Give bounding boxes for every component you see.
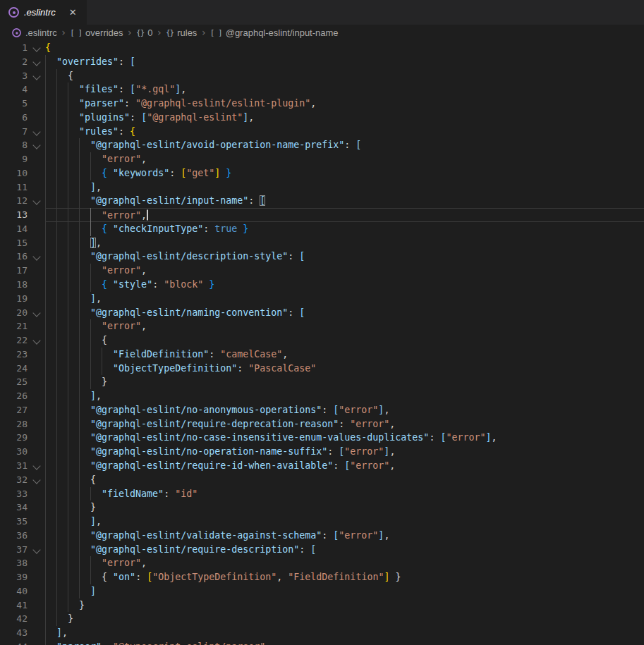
code-content[interactable]: "@graphql-eslint/require-id-when-availab… xyxy=(45,459,644,473)
line-number[interactable]: 4 xyxy=(0,82,28,97)
code-content[interactable]: { xyxy=(45,333,644,348)
code-content[interactable]: ] xyxy=(45,584,644,598)
code-line[interactable]: 28 "@graphql-eslint/require-deprecation-… xyxy=(0,417,644,431)
line-number[interactable]: 34 xyxy=(0,500,28,515)
code-line[interactable]: 39 { "on": ["ObjectTypeDefinition", "Fie… xyxy=(0,570,644,584)
breadcrumb-item-0[interactable]: {}0 xyxy=(136,27,152,38)
code-line[interactable]: 33 "fieldName": "id" xyxy=(0,487,644,501)
line-number[interactable]: 35 xyxy=(0,515,28,529)
code-line[interactable]: 13 "error", xyxy=(0,208,644,222)
line-number[interactable]: 43 xyxy=(0,626,28,640)
code-line[interactable]: 44 "parser": "@typescript-eslint/parser" xyxy=(0,640,644,645)
code-line[interactable]: 3 { xyxy=(0,69,644,83)
line-number[interactable]: 2 xyxy=(0,55,28,69)
code-content[interactable]: "error", xyxy=(45,556,644,570)
line-number[interactable]: 44 xyxy=(0,640,28,645)
code-content[interactable]: { xyxy=(45,41,644,55)
code-content[interactable]: "rules": { xyxy=(45,125,644,139)
code-line[interactable]: 32 { xyxy=(0,473,644,487)
code-line[interactable]: 5 "parser": "@graphql-eslint/eslint-plug… xyxy=(0,97,644,111)
line-number[interactable]: 30 xyxy=(0,445,28,459)
line-number[interactable]: 39 xyxy=(0,570,28,584)
code-line[interactable]: 7 "rules": { xyxy=(0,125,644,139)
line-number[interactable]: 1 xyxy=(0,41,28,55)
chevron-down-icon[interactable] xyxy=(32,58,40,66)
code-content[interactable]: "plugins": ["@graphql-eslint"], xyxy=(45,111,644,125)
code-content[interactable]: "@graphql-eslint/avoid-operation-name-pr… xyxy=(45,138,644,152)
code-line[interactable]: 11 ], xyxy=(0,180,644,195)
code-line[interactable]: 43 ], xyxy=(0,626,644,640)
code-line[interactable]: 24 "ObjectTypeDefinition": "PascalCase" xyxy=(0,362,644,376)
code-content[interactable]: ], xyxy=(45,180,644,195)
line-number[interactable]: 23 xyxy=(0,348,28,362)
chevron-down-icon[interactable] xyxy=(32,197,40,205)
chevron-down-icon[interactable] xyxy=(32,462,40,469)
code-content[interactable]: "FieldDefinition": "camelCase", xyxy=(45,348,644,362)
code-line[interactable]: 4 "files": ["*.gql"], xyxy=(0,82,644,97)
code-content[interactable]: "@graphql-eslint/require-deprecation-rea… xyxy=(45,417,644,431)
code-content[interactable]: } xyxy=(45,598,644,613)
code-content[interactable]: } xyxy=(45,500,644,515)
code-content[interactable]: } xyxy=(45,375,644,389)
line-number[interactable]: 42 xyxy=(0,612,28,626)
line-number[interactable]: 17 xyxy=(0,264,28,278)
code-line[interactable]: 38 "error", xyxy=(0,556,644,570)
code-content[interactable]: "ObjectTypeDefinition": "PascalCase" xyxy=(45,362,644,376)
code-content[interactable]: ], xyxy=(45,626,644,640)
line-number[interactable]: 36 xyxy=(0,529,28,543)
code-line[interactable]: 10 { "keywords": ["get"] } xyxy=(0,166,644,180)
code-content[interactable]: ], xyxy=(45,515,644,529)
code-content[interactable]: ], xyxy=(45,389,644,403)
line-number[interactable]: 22 xyxy=(0,333,28,348)
code-line[interactable]: 41 } xyxy=(0,598,644,613)
line-number[interactable]: 10 xyxy=(0,166,28,180)
code-content[interactable]: "@graphql-eslint/naming-convention": [ xyxy=(45,306,644,320)
code-content[interactable]: "@graphql-eslint/description-style": [ xyxy=(45,250,644,264)
code-line[interactable]: 21 "error", xyxy=(0,319,644,333)
line-number[interactable]: 31 xyxy=(0,459,28,473)
code-content[interactable]: "error", xyxy=(45,264,644,278)
line-number[interactable]: 9 xyxy=(0,152,28,166)
line-number[interactable]: 21 xyxy=(0,319,28,333)
code-line[interactable]: 26 ], xyxy=(0,389,644,403)
code-content[interactable]: { "keywords": ["get"] } xyxy=(45,166,644,180)
code-content[interactable]: { xyxy=(45,69,644,83)
code-line[interactable]: 23 "FieldDefinition": "camelCase", xyxy=(0,348,644,362)
code-line[interactable]: 14 { "checkInputType": true } xyxy=(0,222,644,236)
code-line[interactable]: 27 "@graphql-eslint/no-anonymous-operati… xyxy=(0,403,644,417)
chevron-down-icon[interactable] xyxy=(32,142,40,149)
tab-eslintrc[interactable]: .eslintrc ✕ xyxy=(0,0,87,25)
line-number[interactable]: 28 xyxy=(0,417,28,431)
code-content[interactable]: "parser": "@graphql-eslint/eslint-plugin… xyxy=(45,97,644,111)
line-number[interactable]: 6 xyxy=(0,111,28,125)
line-number[interactable]: 24 xyxy=(0,362,28,376)
line-number[interactable]: 5 xyxy=(0,97,28,111)
line-number[interactable]: 40 xyxy=(0,584,28,598)
code-line[interactable]: 37 "@graphql-eslint/require-description"… xyxy=(0,543,644,557)
line-number[interactable]: 14 xyxy=(0,222,28,236)
code-editor[interactable]: 1{2 "overrides": [3 {4 "files": ["*.gql"… xyxy=(0,40,644,645)
code-content[interactable]: "overrides": [ xyxy=(45,55,644,69)
line-number[interactable]: 29 xyxy=(0,431,28,445)
code-line[interactable]: 36 "@graphql-eslint/validate-against-sch… xyxy=(0,529,644,543)
code-content[interactable]: { "on": ["ObjectTypeDefinition", "FieldD… xyxy=(45,570,644,584)
line-number[interactable]: 8 xyxy=(0,138,28,152)
chevron-down-icon[interactable] xyxy=(32,309,40,317)
code-content[interactable]: { "checkInputType": true } xyxy=(45,222,644,236)
code-line[interactable]: 9 "error", xyxy=(0,152,644,166)
line-number[interactable]: 37 xyxy=(0,543,28,557)
code-content[interactable]: "@graphql-eslint/no-operation-name-suffi… xyxy=(45,445,644,459)
code-line[interactable]: 34 } xyxy=(0,500,644,515)
close-icon[interactable]: ✕ xyxy=(68,6,78,18)
code-line[interactable]: 16 "@graphql-eslint/description-style": … xyxy=(0,250,644,264)
code-content[interactable]: "@graphql-eslint/no-anonymous-operations… xyxy=(45,403,644,417)
breadcrumb-item-overrides[interactable]: [ ]overrides xyxy=(70,27,123,38)
code-line[interactable]: 18 { "style": "block" } xyxy=(0,278,644,292)
code-content[interactable]: "@graphql-eslint/validate-against-schema… xyxy=(45,529,644,543)
line-number[interactable]: 32 xyxy=(0,473,28,487)
line-number[interactable]: 41 xyxy=(0,598,28,613)
code-line[interactable]: 15 ], xyxy=(0,236,644,250)
code-content[interactable]: "files": ["*.gql"], xyxy=(45,82,644,97)
code-line[interactable]: 30 "@graphql-eslint/no-operation-name-su… xyxy=(0,445,644,459)
line-number[interactable]: 18 xyxy=(0,278,28,292)
